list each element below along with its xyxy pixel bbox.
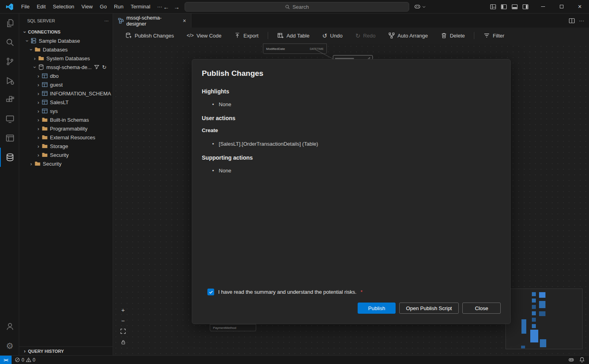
- filter-icon: [484, 32, 490, 39]
- create-heading: Create: [202, 127, 501, 133]
- code-icon: </>: [187, 33, 193, 38]
- chevron-down-icon: [422, 5, 426, 9]
- explorer-icon[interactable]: [0, 14, 19, 33]
- connections-section-header[interactable]: › CONNECTIONS: [19, 28, 113, 36]
- redo-button[interactable]: ↻ Redo: [352, 31, 379, 41]
- chevron-icon: ›: [35, 135, 42, 140]
- tree-item-programmability[interactable]: › Programmability: [19, 124, 113, 133]
- folder-icon: [38, 55, 44, 61]
- back-icon[interactable]: ←: [162, 3, 171, 11]
- minimap-node: [532, 324, 536, 328]
- auto-arrange-icon: [388, 32, 395, 39]
- tree-item-mssql-schema-designer-db[interactable]: › mssql-schema-de... ↻: [19, 63, 113, 71]
- minimap-node: [530, 330, 538, 342]
- extensions-icon[interactable]: [0, 90, 19, 109]
- tree-item-dbo[interactable]: › dbo: [19, 71, 113, 80]
- view-code-button[interactable]: </> View Code: [183, 31, 225, 41]
- chevron-icon: ›: [35, 82, 42, 88]
- minimap-node: [539, 301, 545, 308]
- run-debug-icon[interactable]: [0, 71, 19, 90]
- tree-item-sample-database[interactable]: › Sample Database: [19, 36, 113, 45]
- undo-button[interactable]: ↺ Undo: [318, 31, 346, 41]
- chevron-icon: ›: [35, 91, 42, 97]
- minimize-button[interactable]: [534, 0, 552, 14]
- tab-close-icon[interactable]: ×: [181, 17, 188, 24]
- tab-bar: mssql-schema-designer × ···: [113, 14, 589, 28]
- schema-designer-canvas[interactable]: ModifiedDate DATETIME PaymentMethod + −: [113, 44, 589, 355]
- search-icon: [285, 4, 290, 10]
- publish-changes-toolbar-button[interactable]: Publish Changes: [122, 30, 177, 41]
- toggle-secondary-sidebar-icon[interactable]: [520, 2, 531, 12]
- tree-item-system-databases[interactable]: › System Databases: [19, 54, 113, 63]
- split-editor-icon[interactable]: [569, 18, 575, 24]
- settings-gear-icon[interactable]: ⚙: [0, 336, 19, 355]
- menu-run[interactable]: Run: [110, 2, 127, 11]
- export-button[interactable]: Export: [231, 30, 262, 41]
- zoom-fit-icon[interactable]: [119, 327, 127, 336]
- table-node-fragment[interactable]: ModifiedDate DATETIME: [263, 44, 327, 54]
- sidebar-more-actions-icon[interactable]: ···: [104, 18, 109, 23]
- minimap-node: [532, 292, 536, 296]
- zoom-in-icon[interactable]: +: [119, 305, 127, 314]
- command-center-search[interactable]: Search: [185, 2, 409, 12]
- menu-terminal[interactable]: Terminal: [127, 2, 154, 11]
- remote-explorer-icon[interactable]: [0, 109, 19, 129]
- filter-button[interactable]: Filter: [480, 30, 508, 41]
- diagram-minimap[interactable]: [505, 289, 583, 349]
- source-control-icon[interactable]: [0, 52, 19, 71]
- add-table-button[interactable]: Add Table: [274, 30, 313, 41]
- accounts-icon[interactable]: [0, 317, 19, 336]
- risk-acknowledge-checkbox[interactable]: [207, 289, 214, 295]
- containers-icon[interactable]: [0, 129, 19, 148]
- zoom-out-icon[interactable]: −: [119, 316, 127, 325]
- query-history-section-header[interactable]: › QUERY HISTORY: [19, 346, 113, 355]
- publish-icon: [125, 32, 132, 39]
- table-node-fragment-bottom[interactable]: PaymentMethod: [210, 324, 256, 331]
- chevron-icon: ›: [35, 99, 42, 105]
- tree-item-storage[interactable]: › Storage: [19, 142, 113, 150]
- search-view-icon[interactable]: [0, 33, 19, 52]
- toggle-panel-icon[interactable]: [509, 2, 520, 12]
- remote-indicator[interactable]: ><: [0, 356, 12, 364]
- publish-button[interactable]: Publish: [358, 303, 396, 314]
- minimap-node: [540, 339, 546, 347]
- warning-icon: [26, 357, 31, 362]
- title-bar: File Edit Selection View Go Run Terminal…: [0, 0, 589, 14]
- forward-icon[interactable]: →: [172, 3, 181, 11]
- editor-more-actions-icon[interactable]: ···: [579, 18, 584, 24]
- maximize-button[interactable]: [552, 0, 571, 14]
- open-publish-script-button[interactable]: Open Publish Script: [399, 303, 459, 314]
- close-window-button[interactable]: ×: [571, 0, 589, 14]
- notifications-bell-icon[interactable]: [579, 357, 585, 363]
- filter-connection-icon[interactable]: [94, 64, 99, 70]
- copilot-status-icon[interactable]: [568, 357, 574, 363]
- tree-item-databases[interactable]: › Databases: [19, 45, 113, 54]
- auto-arrange-button[interactable]: Auto Arrange: [385, 30, 432, 41]
- tree-item-information-schema[interactable]: › INFORMATION_SCHEMA: [19, 89, 113, 98]
- lock-icon[interactable]: [119, 338, 127, 346]
- chevron-icon: ›: [35, 117, 42, 123]
- menu-edit[interactable]: Edit: [33, 2, 49, 11]
- tree-item-security-outer[interactable]: › Security: [19, 159, 113, 168]
- customize-layout-icon[interactable]: [488, 2, 498, 12]
- refresh-icon[interactable]: ↻: [102, 64, 106, 70]
- tree-item-external-resources[interactable]: › External Resources: [19, 133, 113, 142]
- menu-view[interactable]: View: [78, 2, 96, 11]
- chevron-icon: ›: [35, 108, 42, 114]
- menu-selection[interactable]: Selection: [49, 2, 78, 11]
- menu-file[interactable]: File: [18, 2, 33, 11]
- delete-button[interactable]: Delete: [437, 30, 469, 41]
- sql-server-view-icon[interactable]: [0, 148, 19, 167]
- tree-item-sys[interactable]: › sys: [19, 107, 113, 115]
- close-dialog-button[interactable]: Close: [462, 303, 501, 314]
- copilot-menu[interactable]: [414, 3, 426, 10]
- tree-item-saleslt[interactable]: › SalesLT: [19, 98, 113, 107]
- tab-mssql-schema-designer[interactable]: mssql-schema-designer ×: [113, 14, 191, 28]
- tree-item-built-in-schemas[interactable]: › Built-in Schemas: [19, 115, 113, 124]
- menu-go[interactable]: Go: [96, 2, 110, 11]
- problems-indicator[interactable]: 0 0: [12, 356, 38, 364]
- schema-icon: [42, 99, 48, 105]
- tree-item-guest[interactable]: › guest: [19, 80, 113, 89]
- tree-item-security-inner[interactable]: › Security: [19, 150, 113, 159]
- toggle-primary-sidebar-icon[interactable]: [498, 2, 509, 12]
